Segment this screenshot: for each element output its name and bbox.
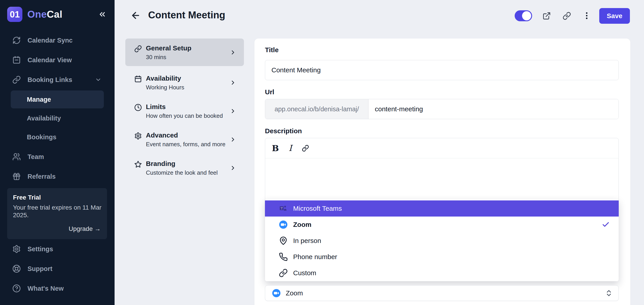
chevron-down-icon — [95, 76, 102, 83]
help-circle-icon — [12, 284, 21, 293]
page-title: Content Meeting — [148, 10, 225, 21]
gift-icon — [12, 172, 21, 181]
location-option-label: In person — [293, 237, 321, 244]
url-field: app.onecal.io/b/denisa-lamaj/ — [265, 99, 619, 119]
location-option-zoom[interactable]: Zoom — [265, 216, 619, 233]
chevron-right-icon — [230, 165, 236, 171]
location-option-custom[interactable]: Custom — [265, 265, 619, 281]
sidebar-nav: Calendar Sync Calendar View Booking Link… — [0, 31, 114, 186]
arrow-left-icon — [130, 10, 141, 21]
free-trial-card: Free Trial Your free trial expires on 11… — [7, 188, 107, 239]
location-select[interactable]: Zoom — [265, 285, 619, 301]
chevron-right-icon — [230, 79, 236, 86]
setup-nav-availability[interactable]: Availability Working Hours — [125, 71, 244, 95]
sidebar-item-label: Referrals — [28, 173, 56, 180]
chevrons-left-icon — [98, 10, 106, 19]
sidebar-item-label: Calendar View — [28, 57, 72, 64]
link-icon — [279, 268, 288, 277]
sidebar-item-support[interactable]: Support — [0, 259, 114, 278]
gear-icon — [12, 245, 21, 253]
setup-item-title: Limits — [146, 103, 223, 111]
sidebar-item-settings[interactable]: Settings — [0, 239, 114, 259]
sidebar-subitem-bookings[interactable]: Bookings — [11, 128, 104, 146]
back-button[interactable] — [130, 10, 141, 21]
location-option-in-person[interactable]: In person — [265, 233, 619, 249]
location-dropdown: Microsoft Teams Zoom In person Phone num… — [265, 199, 619, 281]
sidebar-footer: Settings Support What's New — [0, 239, 114, 305]
setup-item-title: Branding — [146, 159, 218, 168]
setup-item-title: Availability — [146, 74, 184, 83]
phone-icon — [279, 252, 288, 261]
bold-button[interactable]: B — [272, 143, 279, 153]
sidebar-item-whats-new[interactable]: What's New — [0, 278, 114, 298]
sync-icon — [12, 36, 21, 45]
chevron-right-icon — [230, 108, 236, 114]
chevron-right-icon — [230, 49, 236, 56]
star-icon — [134, 161, 142, 168]
teams-icon — [279, 204, 288, 213]
users-icon — [12, 153, 21, 161]
setup-item-subtitle: How often you can be booked — [146, 112, 223, 119]
setup-item-title: Advanced — [146, 131, 225, 140]
url-prefix: app.onecal.io/b/denisa-lamaj/ — [265, 99, 368, 119]
event-enabled-toggle[interactable] — [515, 10, 532, 21]
external-link-icon — [542, 12, 551, 20]
gear-icon — [134, 132, 142, 140]
url-slug-input[interactable] — [368, 99, 618, 119]
setup-nav-branding[interactable]: Branding Customize the look and feel — [125, 156, 244, 180]
description-toolbar: B I — [265, 138, 618, 158]
sidebar-subitem-manage[interactable]: Manage — [11, 91, 104, 108]
map-pin-icon — [279, 236, 288, 245]
more-vertical-icon — [582, 11, 591, 20]
setup-item-title: General Setup — [146, 44, 191, 52]
open-external-button[interactable] — [542, 12, 551, 20]
upgrade-link[interactable]: Upgrade → — [13, 225, 101, 232]
link-icon — [302, 145, 309, 152]
sidebar-item-label: Booking Links — [28, 76, 72, 84]
description-label: Description — [265, 127, 302, 135]
sidebar-item-calendar-view[interactable]: Calendar View — [0, 50, 114, 70]
sidebar-item-label: Calendar Sync — [28, 37, 72, 44]
select-stepper-icon — [606, 289, 612, 297]
brand-name-one: One — [27, 9, 47, 20]
check-icon — [602, 221, 610, 229]
copy-link-button[interactable] — [562, 12, 571, 20]
sidebar-item-calendar-sync[interactable]: Calendar Sync — [0, 31, 114, 50]
brand-name-cal: Cal — [47, 9, 62, 20]
location-option-microsoft-teams[interactable]: Microsoft Teams — [265, 200, 619, 216]
insert-link-button[interactable] — [302, 145, 309, 152]
title-label: Title — [265, 46, 278, 54]
event-setup-nav: General Setup 30 mins Availability Worki… — [125, 39, 244, 180]
zoom-icon — [272, 289, 281, 297]
setup-item-subtitle: Working Hours — [146, 84, 184, 91]
collapse-sidebar-button[interactable] — [98, 10, 106, 19]
setup-nav-advanced[interactable]: Advanced Event names, forms, and more — [125, 127, 244, 151]
clock-icon — [134, 104, 142, 111]
link-icon — [562, 12, 571, 20]
location-option-phone-number[interactable]: Phone number — [265, 249, 619, 265]
setup-item-subtitle: 30 mins — [146, 54, 191, 61]
free-trial-body: Your free trial expires on 11 Mar 2025. — [13, 204, 102, 219]
toggle-knob — [522, 11, 531, 20]
sidebar-item-label: Support — [28, 265, 52, 272]
setup-item-subtitle: Event names, forms, and more — [146, 141, 225, 148]
booking-links-sub-list: Manage Availability Bookings — [0, 91, 114, 146]
location-option-label: Microsoft Teams — [293, 205, 342, 212]
sidebar: 01 OneCal Calendar Sync Calendar View — [0, 0, 114, 305]
brand-name: OneCal — [27, 9, 62, 20]
sidebar-subitem-availability[interactable]: Availability — [11, 109, 104, 127]
location-option-label: Phone number — [293, 253, 337, 261]
save-button[interactable]: Save — [599, 8, 630, 24]
setup-item-subtitle: Customize the look and feel — [146, 169, 218, 176]
setup-nav-limits[interactable]: Limits How often you can be booked — [125, 99, 244, 123]
sidebar-item-booking-links[interactable]: Booking Links — [0, 70, 114, 90]
location-select-value: Zoom — [286, 289, 303, 297]
title-input[interactable] — [265, 60, 619, 80]
location-option-label: Zoom — [293, 221, 312, 228]
more-options-button[interactable] — [582, 11, 591, 20]
sidebar-item-team[interactable]: Team — [0, 147, 114, 167]
sidebar-item-referrals[interactable]: Referrals — [0, 167, 114, 186]
brand: 01 OneCal — [0, 0, 114, 24]
setup-nav-general-setup[interactable]: General Setup 30 mins — [125, 39, 244, 66]
italic-button[interactable]: I — [289, 143, 292, 153]
